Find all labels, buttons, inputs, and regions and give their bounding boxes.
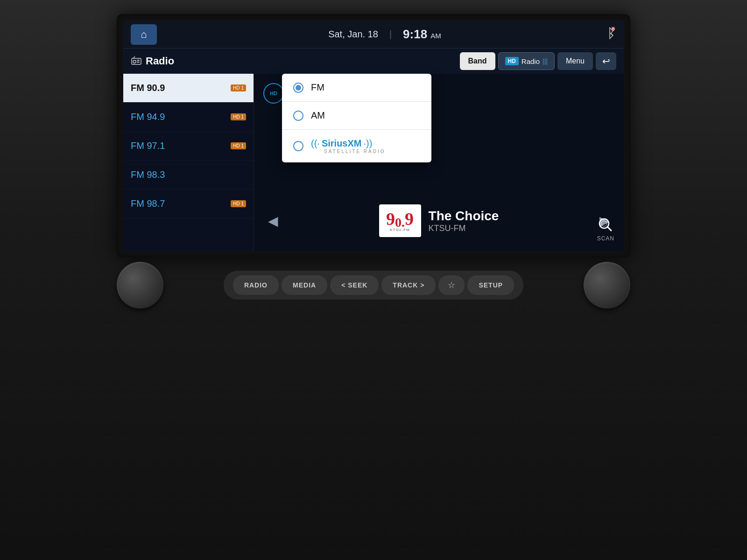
signal-bars: ||| (543, 57, 548, 65)
physical-button-row: RADIO MEDIA < SEEK TRACK > ☆ SETUP (224, 271, 523, 300)
radio-icon (131, 56, 142, 67)
svg-point-3 (133, 60, 136, 63)
station-item[interactable]: FM 94.9 HD 1 (123, 103, 254, 132)
svg-rect-5 (137, 60, 140, 61)
date-time-display: Sat, Jan. 18 | 9:18 AM (166, 27, 603, 42)
hd-circle: HD (263, 83, 284, 104)
station-item[interactable]: FM 98.7 HD 1 (123, 189, 254, 218)
home-button[interactable]: ⌂ (131, 24, 157, 45)
hd-circle-text: HD (270, 91, 277, 96)
prev-arrow[interactable]: ◀ (263, 209, 283, 233)
fm-radio-circle (293, 83, 303, 93)
station-list: FM 90.9 HD 1 FM 94.9 HD 1 (123, 74, 254, 251)
header-bar: ⌂ Sat, Jan. 18 | 9:18 AM B (123, 21, 624, 49)
left-knob[interactable] (117, 262, 163, 308)
separator: | (389, 29, 392, 40)
hd-radio-button[interactable]: HD Radio ||| (498, 52, 555, 70)
hd-badge: HD (505, 57, 519, 65)
infotainment-screen: ⌂ Sat, Jan. 18 | 9:18 AM B (123, 21, 624, 251)
scan-icon (597, 217, 614, 233)
time-value: 9:18 (403, 27, 427, 41)
sirius-subtitle: SATELLITE RADIO (324, 149, 386, 154)
station-info: The Choice KTSU-FM (429, 209, 499, 233)
playback-row: ◀ 9 0. 9 KTSU-FM The (259, 200, 619, 242)
sirius-radio-circle (293, 141, 303, 151)
station-freq: FM 94.9 (131, 112, 165, 122)
svg-point-8 (601, 221, 607, 226)
station-freq: FM 98.3 (131, 169, 165, 180)
band-dropdown: FM AM ((· SiriusXM (282, 74, 431, 162)
favorite-button[interactable]: ☆ (438, 275, 465, 295)
screen-bezel: ⌂ Sat, Jan. 18 | 9:18 AM B (117, 14, 630, 258)
station-item[interactable]: FM 98.3 (123, 161, 254, 189)
bluetooth-icon: B (603, 27, 616, 42)
hd-badge-small: HD 1 (231, 142, 246, 149)
back-button[interactable]: ↩ (596, 52, 616, 70)
band-option-sirius[interactable]: ((· SiriusXM ·)) SATELLITE RADIO (282, 130, 431, 162)
station-logo: 9 0. 9 KTSU-FM (379, 204, 421, 237)
svg-line-9 (607, 227, 611, 231)
time-text: 9:18 AM (403, 27, 441, 42)
right-knob[interactable] (584, 262, 630, 308)
station-freq: FM 98.7 (131, 198, 165, 209)
car-dashboard: ⌂ Sat, Jan. 18 | 9:18 AM B (0, 0, 747, 560)
sirius-waves: ((· (311, 138, 320, 149)
band-option-am[interactable]: AM (282, 102, 431, 130)
station-freq: FM 90.9 (131, 83, 165, 93)
hd-badge-small: HD 1 (231, 84, 246, 91)
scan-label: SCAN (597, 235, 614, 242)
seek-back-button[interactable]: < SEEK (330, 275, 379, 295)
band-option-fm[interactable]: FM (282, 74, 431, 102)
main-content: FM 90.9 HD 1 FM 94.9 HD 1 (123, 74, 624, 251)
radio-title: Radio (131, 55, 457, 67)
am-label: AM (311, 110, 325, 121)
back-icon: ↩ (602, 56, 610, 67)
station-item[interactable]: FM 90.9 HD 1 (123, 74, 254, 103)
menu-button[interactable]: Menu (557, 52, 593, 70)
now-playing: 9 0. 9 KTSU-FM The Choice KTSU-FM (374, 200, 504, 242)
fm-label: FM (311, 82, 324, 93)
hd-badge-small: HD 1 (231, 200, 246, 207)
hd-text: HD (508, 58, 516, 64)
sirius-waves-right: ·)) (363, 138, 372, 149)
sirius-text: SiriusXM (322, 138, 362, 149)
track-forward-button[interactable]: TRACK > (381, 275, 436, 295)
hd-radio-label: Radio (521, 57, 540, 65)
hd-badge-small: HD 1 (231, 113, 246, 120)
station-item[interactable]: FM 97.1 HD 1 (123, 132, 254, 161)
radio-label-text: Radio (146, 55, 174, 67)
media-physical-button[interactable]: MEDIA (282, 275, 327, 295)
sirius-label: ((· SiriusXM ·)) SATELLITE RADIO (311, 138, 386, 154)
radio-physical-button[interactable]: RADIO (233, 275, 279, 295)
setup-button[interactable]: SETUP (467, 275, 514, 295)
ampm-text: AM (430, 32, 441, 40)
station-freq: FM 97.1 (131, 140, 165, 151)
home-icon: ⌂ (141, 28, 147, 41)
scan-button[interactable]: SCAN (597, 217, 614, 242)
am-radio-circle (293, 111, 303, 121)
center-display: HD ◀ (254, 74, 624, 251)
date-text: Sat, Jan. 18 (328, 29, 378, 40)
station-name: The Choice (429, 209, 499, 224)
station-callsign: KTSU-FM (429, 224, 499, 233)
svg-rect-6 (137, 62, 140, 63)
toolbar: Radio Band HD Radio ||| Menu ↩ (123, 49, 624, 74)
band-button[interactable]: Band (460, 52, 495, 70)
physical-controls: RADIO MEDIA < SEEK TRACK > ☆ SETUP (117, 258, 630, 309)
